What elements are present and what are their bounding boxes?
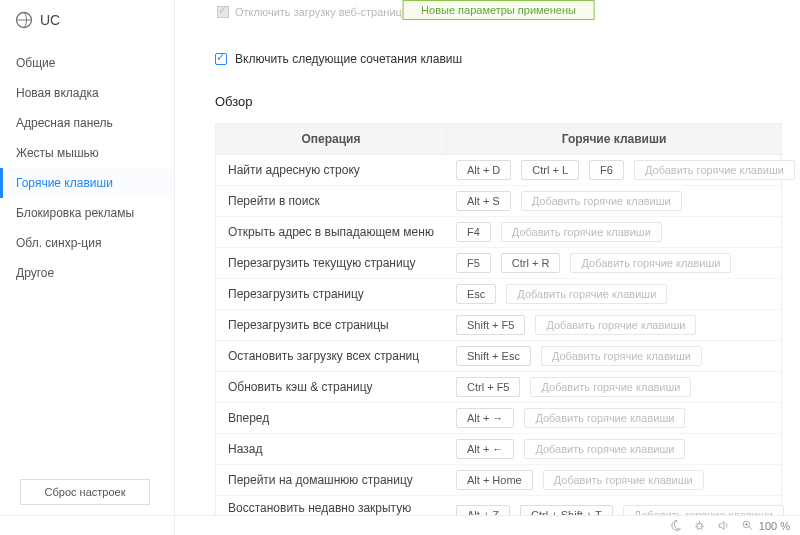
enable-shortcuts-checkbox[interactable]: Включить следующие сочетания клавиш <box>215 52 782 66</box>
operation-label: Перезагрузить текущую страницу <box>216 256 446 270</box>
hotkey-chip[interactable]: Alt + → <box>456 408 514 428</box>
hotkey-chip[interactable]: Ctrl + R <box>501 253 561 273</box>
table-row: Найти адресную строкуAlt + DCtrl + LF6До… <box>216 155 781 185</box>
table-row: Открыть адрес в выпадающем менюF4Добавит… <box>216 216 781 247</box>
settings-applied-toast: Новые параметры применены <box>402 0 595 20</box>
add-hotkey-button[interactable]: Добавить горячие клавиши <box>524 439 685 459</box>
operation-label: Перезагрузить страницу <box>216 287 446 301</box>
table-row: Обновить кэш & страницуCtrl + F5Добавить… <box>216 371 781 402</box>
add-hotkey-button[interactable]: Добавить горячие клавиши <box>541 346 702 366</box>
add-hotkey-button[interactable]: Добавить горячие клавиши <box>535 315 696 335</box>
operation-label: Перейти в поиск <box>216 194 446 208</box>
table-row: Перезагрузить все страницыShift + F5Доба… <box>216 309 781 340</box>
sidebar-item[interactable]: Обл. синхр-ция <box>0 228 174 258</box>
add-hotkey-button[interactable]: Добавить горячие клавиши <box>623 505 784 515</box>
brand: UC <box>0 0 174 44</box>
hotkeys-cell: F5Ctrl + RДобавить горячие клавиши <box>446 253 781 273</box>
table-row: Перезагрузить текущую страницуF5Ctrl + R… <box>216 247 781 278</box>
bug-icon[interactable] <box>693 519 707 533</box>
zoom-value: 100 % <box>759 520 790 532</box>
hotkey-chip[interactable]: F5 <box>456 253 491 273</box>
hotkeys-cell: EscДобавить горячие клавиши <box>446 284 781 304</box>
section-title: Обзор <box>215 94 782 109</box>
hotkeys-cell: Alt + ←Добавить горячие клавиши <box>446 439 781 459</box>
add-hotkey-button[interactable]: Добавить горячие клавиши <box>530 377 691 397</box>
hotkey-chip[interactable]: Esc <box>456 284 496 304</box>
hotkeys-cell: Ctrl + F5Добавить горячие клавиши <box>446 377 781 397</box>
operation-label: Открыть адрес в выпадающем меню <box>216 225 446 239</box>
hotkey-chip[interactable]: Ctrl + Shift + T <box>520 505 613 515</box>
hotkeys-table: Операция Горячие клавиши Найти адресную … <box>215 123 782 515</box>
main-content: Отключить загрузку веб-страницы при нажа… <box>175 0 800 515</box>
hotkey-chip[interactable]: Shift + F5 <box>456 315 525 335</box>
hotkey-chip[interactable]: F6 <box>589 160 624 180</box>
table-row: Перейти на домашнюю страницуAlt + HomeДо… <box>216 464 781 495</box>
sidebar-item[interactable]: Жесты мышью <box>0 138 174 168</box>
zoom-control[interactable]: 100 % <box>741 519 790 533</box>
sidebar-item[interactable]: Другое <box>0 258 174 288</box>
hotkey-chip[interactable]: F4 <box>456 222 491 242</box>
operation-label: Назад <box>216 442 446 456</box>
table-row: Восстановить недавно закрытую вкладкуAlt… <box>216 495 781 515</box>
operation-label: Остановить загрузку всех страниц <box>216 349 446 363</box>
hotkeys-cell: Alt + HomeДобавить горячие клавиши <box>446 470 781 490</box>
uc-logo-icon <box>14 10 34 30</box>
operation-label: Перейти на домашнюю страницу <box>216 473 446 487</box>
checkbox-checked-icon <box>215 53 227 65</box>
sidebar-item[interactable]: Блокировка рекламы <box>0 198 174 228</box>
operation-label: Вперед <box>216 411 446 425</box>
reset-settings-button[interactable]: Сброс настроек <box>20 479 150 505</box>
hotkey-chip[interactable]: Alt + D <box>456 160 511 180</box>
sidebar: UC ОбщиеНовая вкладкаАдресная панельЖест… <box>0 0 175 535</box>
hotkey-chip[interactable]: Alt + S <box>456 191 511 211</box>
sidebar-item[interactable]: Общие <box>0 48 174 78</box>
hotkeys-cell: Alt + ZCtrl + Shift + TДобавить горячие … <box>446 505 784 515</box>
column-operation: Операция <box>216 124 446 154</box>
sidebar-item[interactable]: Адресная панель <box>0 108 174 138</box>
hotkey-chip[interactable]: Ctrl + F5 <box>456 377 520 397</box>
operation-label: Найти адресную строку <box>216 163 446 177</box>
table-row: Перейти в поискAlt + SДобавить горячие к… <box>216 185 781 216</box>
add-hotkey-button[interactable]: Добавить горячие клавиши <box>501 222 662 242</box>
table-row: НазадAlt + ←Добавить горячие клавиши <box>216 433 781 464</box>
table-row: ВпередAlt + →Добавить горячие клавиши <box>216 402 781 433</box>
add-hotkey-button[interactable]: Добавить горячие клавиши <box>524 408 685 428</box>
operation-label: Обновить кэш & страницу <box>216 380 446 394</box>
moon-icon[interactable] <box>669 519 683 533</box>
add-hotkey-button[interactable]: Добавить горячие клавиши <box>570 253 731 273</box>
checkbox-icon <box>217 6 229 18</box>
enable-shortcuts-label: Включить следующие сочетания клавиш <box>235 52 462 66</box>
top-strip: Отключить загрузку веб-страницы при нажа… <box>215 0 782 18</box>
svg-point-1 <box>697 523 702 528</box>
hotkeys-cell: Shift + EscДобавить горячие клавиши <box>446 346 781 366</box>
add-hotkey-button[interactable]: Добавить горячие клавиши <box>521 191 682 211</box>
hotkey-chip[interactable]: Alt + ← <box>456 439 514 459</box>
table-header: Операция Горячие клавиши <box>216 124 781 155</box>
hotkeys-cell: Shift + F5Добавить горячие клавиши <box>446 315 781 335</box>
sidebar-item[interactable]: Новая вкладка <box>0 78 174 108</box>
table-row: Перезагрузить страницуEscДобавить горячи… <box>216 278 781 309</box>
hotkeys-cell: Alt + DCtrl + LF6Добавить горячие клавиш… <box>446 160 795 180</box>
volume-icon[interactable] <box>717 519 731 533</box>
hotkeys-cell: F4Добавить горячие клавиши <box>446 222 781 242</box>
hotkey-chip[interactable]: Alt + Home <box>456 470 533 490</box>
hotkey-chip[interactable]: Ctrl + L <box>521 160 579 180</box>
sidebar-item[interactable]: Горячие клавиши <box>0 168 174 198</box>
hotkey-chip[interactable]: Alt + Z <box>456 505 510 515</box>
add-hotkey-button[interactable]: Добавить горячие клавиши <box>634 160 795 180</box>
add-hotkey-button[interactable]: Добавить горячие клавиши <box>506 284 667 304</box>
operation-label: Перезагрузить все страницы <box>216 318 446 332</box>
hotkeys-cell: Alt + →Добавить горячие клавиши <box>446 408 781 428</box>
sidebar-nav: ОбщиеНовая вкладкаАдресная панельЖесты м… <box>0 48 174 288</box>
add-hotkey-button[interactable]: Добавить горячие клавиши <box>543 470 704 490</box>
zoom-in-icon <box>741 519 755 533</box>
hotkey-chip[interactable]: Shift + Esc <box>456 346 531 366</box>
table-row: Остановить загрузку всех страницShift + … <box>216 340 781 371</box>
brand-text: UC <box>40 12 60 28</box>
operation-label: Восстановить недавно закрытую вкладку <box>216 501 446 515</box>
hotkeys-cell: Alt + SДобавить горячие клавиши <box>446 191 781 211</box>
column-hotkeys: Горячие клавиши <box>446 124 781 154</box>
status-bar: 100 % <box>0 515 800 535</box>
